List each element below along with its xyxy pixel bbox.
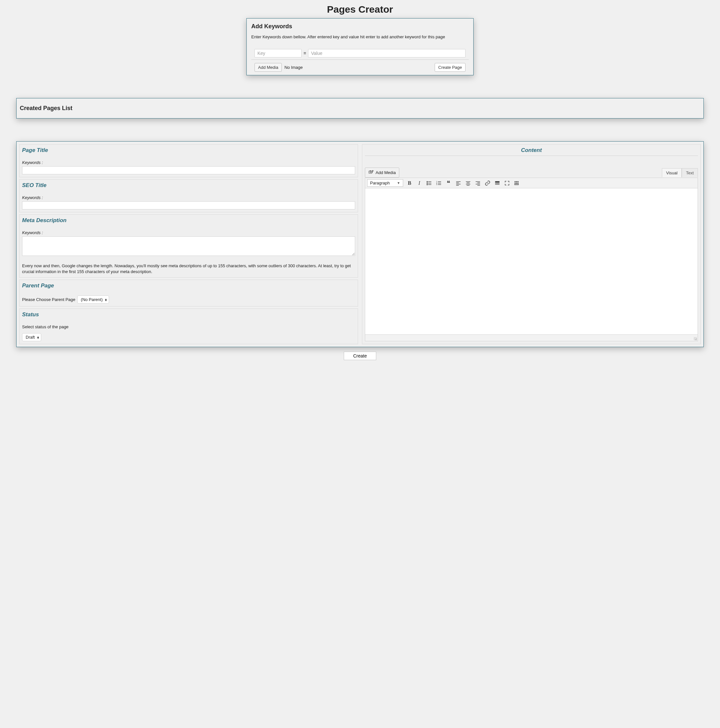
align-right-button[interactable]	[475, 180, 481, 187]
content-heading: Content	[365, 147, 698, 156]
page-title-card: Page Title Keywords :	[19, 144, 358, 177]
svg-point-1	[370, 172, 371, 173]
editor-add-media-button[interactable]: Add Media	[365, 168, 399, 177]
bold-button[interactable]: B	[407, 180, 413, 187]
svg-rect-31	[516, 181, 517, 182]
svg-point-5	[427, 182, 428, 183]
no-image-text: No Image	[284, 65, 303, 70]
parent-page-select[interactable]: (No Parent)	[77, 295, 109, 304]
align-center-button[interactable]	[465, 180, 471, 187]
meta-description-textarea[interactable]	[22, 236, 355, 256]
tab-visual[interactable]: Visual	[662, 168, 682, 177]
add-media-button[interactable]: Add Media	[254, 63, 282, 72]
created-pages-list-heading: Created Pages List	[20, 105, 700, 112]
created-pages-list-panel: Created Pages List	[16, 98, 704, 119]
parent-page-card: Parent Page Please Choose Parent Page (N…	[19, 280, 358, 306]
page-title-keywords-label: Keywords :	[22, 160, 355, 165]
parent-page-heading: Parent Page	[22, 283, 355, 289]
seo-title-heading: SEO Title	[22, 182, 355, 189]
dropdown-icon: ▼	[397, 181, 400, 185]
svg-rect-35	[517, 182, 518, 184]
editor-toolbar: Paragraph ▼ B I 123 ❝	[365, 178, 698, 188]
meta-description-card: Meta Description Keywords : Every now an…	[19, 214, 358, 278]
seo-title-input[interactable]	[22, 201, 355, 210]
paragraph-select-value: Paragraph	[370, 180, 390, 185]
meta-description-help: Every now and then, Google changes the l…	[22, 263, 355, 275]
status-label: Select status of the page	[22, 324, 355, 329]
numbered-list-button[interactable]: 123	[436, 180, 442, 187]
editor-content-area[interactable]	[365, 188, 698, 335]
select-arrows-icon	[105, 298, 107, 301]
editor-add-media-label: Add Media	[376, 170, 396, 175]
svg-rect-0	[369, 171, 372, 173]
svg-rect-29	[495, 184, 500, 185]
svg-rect-34	[516, 182, 517, 184]
page-title: Pages Creator	[16, 4, 704, 15]
status-select-value: Draft	[26, 335, 35, 340]
page-form-panel: Page Title Keywords : SEO Title Keywords…	[16, 141, 704, 347]
fullscreen-button[interactable]	[504, 180, 510, 187]
seo-title-card: SEO Title Keywords :	[19, 179, 358, 213]
page-title-heading: Page Title	[22, 147, 355, 154]
select-arrows-icon	[37, 336, 39, 339]
keyword-key-input[interactable]	[254, 49, 301, 58]
keyword-value-input[interactable]	[308, 49, 466, 58]
status-select[interactable]: Draft	[22, 333, 41, 341]
toolbar-toggle-button[interactable]	[514, 180, 520, 187]
add-keywords-panel: Add Keywords Enter Keywords down bellow.…	[246, 18, 474, 75]
meta-description-keywords-label: Keywords :	[22, 230, 355, 235]
svg-rect-32	[517, 181, 518, 182]
svg-text:3: 3	[436, 184, 437, 185]
resize-grip-icon[interactable]	[694, 337, 697, 340]
status-heading: Status	[22, 311, 355, 318]
add-keywords-heading: Add Keywords	[251, 23, 469, 30]
parent-page-label: Please Choose Parent Page	[22, 297, 75, 302]
svg-rect-27	[495, 181, 500, 183]
content-editor-card: Content Add Media	[362, 144, 701, 344]
tab-text[interactable]: Text	[682, 168, 698, 177]
add-keywords-description: Enter Keywords down bellow. After entere…	[251, 34, 469, 39]
svg-rect-36	[515, 184, 518, 185]
parent-page-select-value: (No Parent)	[81, 297, 102, 302]
svg-rect-28	[495, 183, 500, 184]
bullet-list-button[interactable]	[426, 180, 433, 187]
create-page-button[interactable]: Create Page	[435, 63, 466, 72]
camera-music-icon	[368, 170, 374, 176]
editor-statusbar	[365, 335, 698, 341]
align-left-button[interactable]	[455, 180, 462, 187]
paragraph-select[interactable]: Paragraph ▼	[367, 179, 403, 187]
svg-point-2	[372, 172, 372, 173]
meta-description-heading: Meta Description	[22, 217, 355, 224]
svg-rect-33	[515, 182, 515, 184]
create-button[interactable]: Create	[344, 352, 376, 360]
keyword-row: =	[251, 49, 469, 60]
link-button[interactable]	[484, 180, 491, 187]
equals-label: =	[304, 50, 306, 56]
italic-button[interactable]: I	[416, 180, 423, 187]
page-title-input[interactable]	[22, 166, 355, 174]
status-card: Status Select status of the page Draft	[19, 309, 358, 344]
svg-point-7	[427, 184, 428, 185]
seo-title-keywords-label: Keywords :	[22, 195, 355, 200]
svg-rect-30	[515, 181, 515, 182]
insert-read-more-button[interactable]	[494, 180, 501, 187]
blockquote-button[interactable]: ❝	[445, 180, 452, 187]
svg-point-3	[427, 181, 428, 182]
